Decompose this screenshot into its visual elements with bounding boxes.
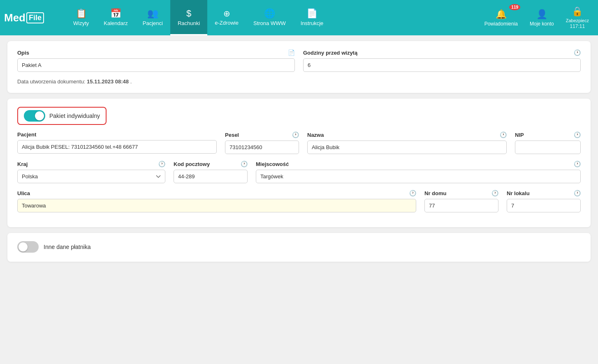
nav-pacjenci[interactable]: 👥 Pacjenci [135,0,170,35]
input-pacjent[interactable] [17,140,217,154]
form-group-nazwa: Nazwa 🕐 [307,131,507,154]
pakiet-toggle-wrapper: Pakiet indywidualny [17,107,107,125]
pacjenci-icon: 👥 [147,8,158,19]
form-group-nip: NIP 🕐 [515,131,581,154]
pakiet-toggle[interactable] [24,110,45,122]
nav-ezdrowie[interactable]: ⊕ e-Zdrowie [207,0,246,35]
nav-strona-www-label: Strona WWW [253,20,286,26]
nav-rachunki-label: Rachunki [178,20,200,26]
input-ulica[interactable] [17,199,416,212]
form-group-ulica: Ulica 🕐 [17,190,416,212]
nav-powiadomienia[interactable]: 🔔 119 Powiadomienia [480,0,523,35]
powiadomienia-label: Powiadomienia [484,21,518,27]
inne-dane-toggle[interactable] [17,241,39,253]
label-nazwa: Nazwa 🕐 [307,131,507,138]
label-ulica: Ulica 🕐 [17,190,416,196]
form-group-pacjent: Pacjent [17,131,217,154]
input-nr-lokalu[interactable] [507,199,581,212]
form-row-patient-details: Pacjent Pesel 🕐 Nazwa 🕐 N [17,131,581,154]
inne-dane-toggle-track [17,241,39,253]
form-group-nr-lokalu: Nr lokalu 🕐 [507,190,581,212]
input-nr-domu[interactable] [424,199,498,212]
doc-icon: 📄 [288,49,295,56]
instrukcje-icon: 📄 [306,8,318,19]
nav-rachunki[interactable]: $ Rachunki [170,0,207,35]
logo-med: Med [4,12,25,24]
input-kod-pocztowy[interactable] [174,170,248,183]
form-group-pesel: Pesel 🕐 [225,131,299,154]
clock-icon-kraj: 🕐 [158,161,165,167]
toggle-thumb [35,111,44,120]
clock-icon-kod: 🕐 [241,161,248,167]
notif-badge: 119 [509,4,520,10]
form-group-miejscowosc: Miejscowość 🕐 [256,161,581,183]
form-group-opis: Opis 📄 [17,49,295,72]
rachunki-icon: $ [186,8,191,19]
bell-icon: 🔔 [496,9,507,20]
form-group-nr-domu: Nr domu 🕐 [424,190,498,212]
form-row-address1: Kraj 🕐 Polska Niemcy Francja Czechy Kod … [17,161,581,183]
kalendarz-icon: 📅 [110,8,121,19]
toggle-track-on [24,110,45,122]
clock-icon-ulica: 🕐 [409,190,416,196]
clock-icon-nip: 🕐 [574,131,581,138]
card-opis: Opis 📄 Godziny przed wizytą 🕐 Data utwor… [7,41,591,93]
doc-creation-text: Data utworzenia dokumentu: 15.11.2023 08… [17,78,581,85]
inne-dane-label: Inne dane płatnika [44,244,90,250]
user-icon: 👤 [536,9,547,20]
clock-icon-pesel: 🕐 [292,131,299,138]
lock-icon: 🔒 [572,6,583,17]
card-inne-dane: Inne dane płatnika [7,233,591,262]
zabezpieczenia-label: Zabezpiecz [566,18,589,23]
input-opis[interactable] [17,58,295,72]
label-opis: Opis 📄 [17,49,295,56]
nav-right: 🔔 119 Powiadomienia 👤 Moje konto 🔒 Zabez… [480,0,594,35]
nav-wizyty[interactable]: 📋 Wizyty [66,0,96,35]
clock-icon-miejscowosc: 🕐 [574,161,581,167]
nav-instrukcje[interactable]: 📄 Instrukcje [293,0,331,35]
label-miejscowosc: Miejscowość 🕐 [256,161,581,167]
logo-file: File [26,12,44,23]
app-logo[interactable]: Med File [4,12,58,24]
form-group-kraj: Kraj 🕐 Polska Niemcy Francja Czechy [17,161,165,183]
doc-creation-date: 15.11.2023 08:48 [87,78,129,85]
input-miejscowosc[interactable] [256,170,581,183]
label-pesel: Pesel 🕐 [225,131,299,138]
form-group-godziny: Godziny przed wizytą 🕐 [303,49,581,72]
nav-strona-www[interactable]: 🌐 Strona WWW [246,0,293,35]
input-godziny[interactable] [303,58,581,72]
card-pakiet: Pakiet indywidualny Pacjent Pesel 🕐 Nazw… [7,99,591,227]
clock-icon-nazwa: 🕐 [500,131,507,138]
label-nr-domu: Nr domu 🕐 [424,190,498,196]
nav-kalendarz-label: Kalendarz [104,20,128,26]
session-time: 117:11 [570,23,585,29]
main-content: Opis 📄 Godziny przed wizytą 🕐 Data utwor… [0,41,598,364]
input-nip[interactable] [515,141,581,154]
clock-icon-godziny: 🕐 [574,49,581,56]
label-nip: NIP 🕐 [515,131,581,138]
select-kraj[interactable]: Polska Niemcy Francja Czechy [17,170,165,183]
wizyty-icon: 📋 [76,8,87,19]
label-nr-lokalu: Nr lokalu 🕐 [507,190,581,196]
label-pacjent: Pacjent [17,131,217,138]
pakiet-toggle-label: Pakiet indywidualny [49,113,100,119]
inne-dane-toggle-thumb [19,242,28,251]
nav-kalendarz[interactable]: 📅 Kalendarz [96,0,135,35]
nav-items: 📋 Wizyty 📅 Kalendarz 👥 Pacjenci $ Rachun… [66,0,480,35]
input-nazwa[interactable] [307,141,507,154]
nav-pacjenci-label: Pacjenci [143,20,163,26]
inne-dane-row: Inne dane płatnika [17,241,581,253]
label-kod-pocztowy: Kod pocztowy 🕐 [174,161,248,167]
input-pesel[interactable] [225,141,299,154]
nav-ezdrowie-label: e-Zdrowie [215,20,239,26]
form-group-kod-pocztowy: Kod pocztowy 🕐 [174,161,248,183]
navbar: Med File 📋 Wizyty 📅 Kalendarz 👥 Pacjenci… [0,0,598,35]
clock-icon-nr-lokalu: 🕐 [574,190,581,196]
ezdrowie-icon: ⊕ [223,9,230,18]
form-row-address2: Ulica 🕐 Nr domu 🕐 Nr lokalu 🕐 [17,190,581,212]
label-kraj: Kraj 🕐 [17,161,165,167]
nav-instrukcje-label: Instrukcje [301,20,324,26]
nav-moje-konto[interactable]: 👤 Moje konto [525,0,559,35]
nav-wizyty-label: Wizyty [73,20,89,26]
nav-zabezpieczenia[interactable]: 🔒 Zabezpiecz 117:11 [561,0,594,35]
